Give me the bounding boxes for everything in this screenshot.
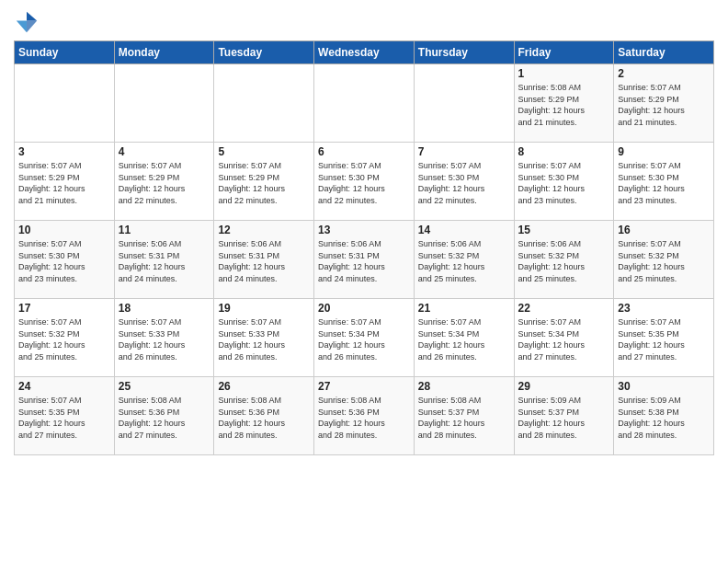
- day-cell: 20Sunrise: 5:07 AM Sunset: 5:34 PM Dayli…: [314, 299, 415, 377]
- weekday-header-row: SundayMondayTuesdayWednesdayThursdayFrid…: [15, 41, 714, 64]
- weekday-header-monday: Monday: [114, 41, 214, 64]
- day-cell: 12Sunrise: 5:06 AM Sunset: 5:31 PM Dayli…: [214, 221, 314, 299]
- day-number: 6: [318, 145, 410, 158]
- day-number: 30: [618, 380, 710, 393]
- day-info: Sunrise: 5:07 AM Sunset: 5:29 PM Dayligh…: [618, 82, 710, 128]
- day-info: Sunrise: 5:07 AM Sunset: 5:29 PM Dayligh…: [218, 160, 310, 206]
- weekday-header-thursday: Thursday: [414, 41, 514, 64]
- day-cell: [414, 64, 514, 143]
- day-cell: 5Sunrise: 5:07 AM Sunset: 5:29 PM Daylig…: [214, 143, 314, 221]
- day-info: Sunrise: 5:07 AM Sunset: 5:32 PM Dayligh…: [18, 316, 110, 362]
- day-info: Sunrise: 5:07 AM Sunset: 5:30 PM Dayligh…: [618, 160, 710, 206]
- day-cell: 15Sunrise: 5:06 AM Sunset: 5:32 PM Dayli…: [514, 221, 614, 299]
- day-info: Sunrise: 5:07 AM Sunset: 5:33 PM Dayligh…: [119, 316, 210, 362]
- day-number: 9: [618, 145, 710, 158]
- day-info: Sunrise: 5:08 AM Sunset: 5:36 PM Dayligh…: [218, 395, 310, 441]
- day-info: Sunrise: 5:07 AM Sunset: 5:34 PM Dayligh…: [418, 316, 510, 362]
- day-cell: 4Sunrise: 5:07 AM Sunset: 5:29 PM Daylig…: [114, 143, 214, 221]
- day-info: Sunrise: 5:07 AM Sunset: 5:35 PM Dayligh…: [618, 316, 710, 362]
- day-cell: 23Sunrise: 5:07 AM Sunset: 5:35 PM Dayli…: [614, 299, 714, 377]
- day-number: 3: [18, 145, 110, 158]
- day-info: Sunrise: 5:08 AM Sunset: 5:29 PM Dayligh…: [518, 82, 610, 128]
- week-row-5: 24Sunrise: 5:07 AM Sunset: 5:35 PM Dayli…: [15, 377, 714, 455]
- day-cell: 6Sunrise: 5:07 AM Sunset: 5:30 PM Daylig…: [314, 143, 415, 221]
- week-row-1: 1Sunrise: 5:08 AM Sunset: 5:29 PM Daylig…: [15, 64, 714, 143]
- day-cell: 8Sunrise: 5:07 AM Sunset: 5:30 PM Daylig…: [514, 143, 614, 221]
- day-info: Sunrise: 5:07 AM Sunset: 5:34 PM Dayligh…: [518, 316, 610, 362]
- day-cell: 22Sunrise: 5:07 AM Sunset: 5:34 PM Dayli…: [514, 299, 614, 377]
- day-info: Sunrise: 5:07 AM Sunset: 5:34 PM Dayligh…: [318, 316, 410, 362]
- day-number: 28: [418, 380, 510, 393]
- day-info: Sunrise: 5:07 AM Sunset: 5:35 PM Dayligh…: [18, 395, 110, 441]
- day-number: 24: [18, 380, 110, 393]
- day-info: Sunrise: 5:06 AM Sunset: 5:32 PM Dayligh…: [418, 238, 510, 284]
- day-info: Sunrise: 5:07 AM Sunset: 5:30 PM Dayligh…: [318, 160, 410, 206]
- day-info: Sunrise: 5:07 AM Sunset: 5:32 PM Dayligh…: [618, 238, 710, 284]
- day-number: 21: [418, 302, 510, 315]
- day-info: Sunrise: 5:09 AM Sunset: 5:37 PM Dayligh…: [518, 395, 610, 441]
- svg-marker-2: [27, 21, 37, 33]
- day-info: Sunrise: 5:07 AM Sunset: 5:30 PM Dayligh…: [518, 160, 610, 206]
- day-info: Sunrise: 5:06 AM Sunset: 5:31 PM Dayligh…: [318, 238, 410, 284]
- day-cell: 9Sunrise: 5:07 AM Sunset: 5:30 PM Daylig…: [614, 143, 714, 221]
- week-row-2: 3Sunrise: 5:07 AM Sunset: 5:29 PM Daylig…: [15, 143, 714, 221]
- day-number: 7: [418, 145, 510, 158]
- day-cell: 11Sunrise: 5:06 AM Sunset: 5:31 PM Dayli…: [114, 221, 214, 299]
- day-number: 20: [318, 302, 410, 315]
- day-cell: 25Sunrise: 5:08 AM Sunset: 5:36 PM Dayli…: [114, 377, 214, 455]
- day-cell: 1Sunrise: 5:08 AM Sunset: 5:29 PM Daylig…: [514, 64, 614, 143]
- logo: [14, 9, 43, 35]
- day-number: 4: [119, 145, 210, 158]
- day-info: Sunrise: 5:07 AM Sunset: 5:29 PM Dayligh…: [18, 160, 110, 206]
- day-cell: 7Sunrise: 5:07 AM Sunset: 5:30 PM Daylig…: [414, 143, 514, 221]
- day-info: Sunrise: 5:07 AM Sunset: 5:30 PM Dayligh…: [18, 238, 110, 284]
- day-info: Sunrise: 5:06 AM Sunset: 5:32 PM Dayligh…: [518, 238, 610, 284]
- header: [14, 9, 714, 35]
- day-cell: 10Sunrise: 5:07 AM Sunset: 5:30 PM Dayli…: [15, 221, 115, 299]
- day-cell: 28Sunrise: 5:08 AM Sunset: 5:37 PM Dayli…: [414, 377, 514, 455]
- calendar: SundayMondayTuesdayWednesdayThursdayFrid…: [14, 40, 714, 455]
- day-cell: 30Sunrise: 5:09 AM Sunset: 5:38 PM Dayli…: [614, 377, 714, 455]
- day-number: 16: [618, 224, 710, 236]
- week-row-4: 17Sunrise: 5:07 AM Sunset: 5:32 PM Dayli…: [15, 299, 714, 377]
- day-number: 25: [119, 380, 210, 393]
- day-cell: 3Sunrise: 5:07 AM Sunset: 5:29 PM Daylig…: [15, 143, 115, 221]
- day-number: 27: [318, 380, 410, 393]
- day-info: Sunrise: 5:08 AM Sunset: 5:36 PM Dayligh…: [318, 395, 410, 441]
- weekday-header-tuesday: Tuesday: [214, 41, 314, 64]
- day-number: 12: [218, 224, 310, 236]
- day-cell: 18Sunrise: 5:07 AM Sunset: 5:33 PM Dayli…: [114, 299, 214, 377]
- day-number: 2: [618, 67, 710, 80]
- day-cell: 29Sunrise: 5:09 AM Sunset: 5:37 PM Dayli…: [514, 377, 614, 455]
- day-number: 26: [218, 380, 310, 393]
- day-number: 19: [218, 302, 310, 315]
- day-number: 23: [618, 302, 710, 315]
- day-cell: 27Sunrise: 5:08 AM Sunset: 5:36 PM Dayli…: [314, 377, 415, 455]
- day-number: 22: [518, 302, 610, 315]
- day-number: 18: [119, 302, 210, 315]
- day-number: 5: [218, 145, 310, 158]
- logo-icon: [14, 9, 40, 35]
- day-cell: 16Sunrise: 5:07 AM Sunset: 5:32 PM Dayli…: [614, 221, 714, 299]
- day-info: Sunrise: 5:07 AM Sunset: 5:29 PM Dayligh…: [119, 160, 210, 206]
- day-info: Sunrise: 5:08 AM Sunset: 5:36 PM Dayligh…: [119, 395, 210, 441]
- weekday-header-sunday: Sunday: [15, 41, 115, 64]
- day-number: 13: [318, 224, 410, 236]
- day-number: 1: [518, 67, 610, 80]
- day-info: Sunrise: 5:06 AM Sunset: 5:31 PM Dayligh…: [119, 238, 210, 284]
- weekday-header-friday: Friday: [514, 41, 614, 64]
- day-number: 11: [119, 224, 210, 236]
- week-row-3: 10Sunrise: 5:07 AM Sunset: 5:30 PM Dayli…: [15, 221, 714, 299]
- svg-marker-1: [17, 21, 27, 33]
- day-cell: 17Sunrise: 5:07 AM Sunset: 5:32 PM Dayli…: [15, 299, 115, 377]
- day-cell: 14Sunrise: 5:06 AM Sunset: 5:32 PM Dayli…: [414, 221, 514, 299]
- day-cell: 19Sunrise: 5:07 AM Sunset: 5:33 PM Dayli…: [214, 299, 314, 377]
- day-cell: 2Sunrise: 5:07 AM Sunset: 5:29 PM Daylig…: [614, 64, 714, 143]
- day-cell: 26Sunrise: 5:08 AM Sunset: 5:36 PM Dayli…: [214, 377, 314, 455]
- weekday-header-saturday: Saturday: [614, 41, 714, 64]
- day-info: Sunrise: 5:07 AM Sunset: 5:33 PM Dayligh…: [218, 316, 310, 362]
- weekday-header-wednesday: Wednesday: [314, 41, 415, 64]
- day-info: Sunrise: 5:06 AM Sunset: 5:31 PM Dayligh…: [218, 238, 310, 284]
- day-cell: [15, 64, 115, 143]
- day-number: 17: [18, 302, 110, 315]
